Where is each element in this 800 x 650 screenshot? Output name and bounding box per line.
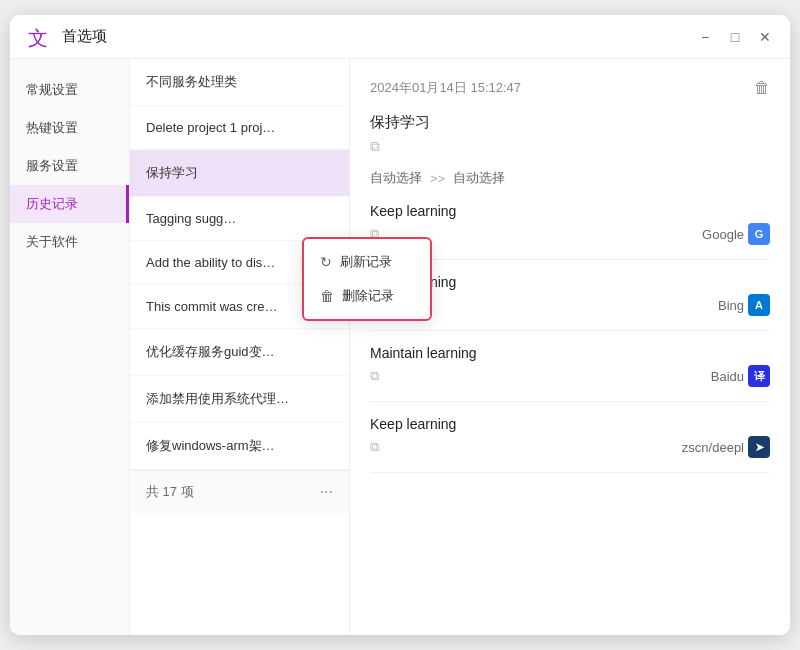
detail-date: 2024年01月14日 15:12:47 <box>370 79 521 97</box>
list-item[interactable]: 添加禁用使用系统代理… <box>130 376 349 423</box>
flow-from: 自动选择 <box>370 169 422 187</box>
list-item[interactable]: 不同服务处理类 <box>130 59 349 106</box>
translation-text: Keep learning <box>370 203 770 219</box>
sidebar-item-general[interactable]: 常规设置 <box>10 71 129 109</box>
history-list-panel: 不同服务处理类 Delete project 1 proj… 保持学习 Tagg… <box>130 59 350 635</box>
copy-translation-icon[interactable]: ⧉ <box>370 439 379 455</box>
sidebar-item-about[interactable]: 关于软件 <box>10 223 129 261</box>
translation-service: Google G <box>702 223 770 245</box>
context-menu-delete[interactable]: 🗑 删除记录 <box>304 279 430 313</box>
flow-to: 自动选择 <box>453 169 505 187</box>
titlebar: 文 首选项 − □ ✕ <box>10 15 790 59</box>
maximize-button[interactable]: □ <box>726 28 744 46</box>
context-menu-refresh-label: 刷新记录 <box>340 253 392 271</box>
service-name: Google <box>702 227 744 242</box>
app-window: 文 首选项 − □ ✕ 常规设置 热键设置 服务设置 历史记录 关于软件 不同服… <box>10 15 790 635</box>
translation-service: Bing A <box>718 294 770 316</box>
translation-meta: ⧉ zscn/deepl ➤ <box>370 436 770 458</box>
detail-title: 保持学习 <box>370 113 770 132</box>
minimize-button[interactable]: − <box>696 28 714 46</box>
main-content: 常规设置 热键设置 服务设置 历史记录 关于软件 不同服务处理类 Delete … <box>10 59 790 635</box>
content-area: 不同服务处理类 Delete project 1 proj… 保持学习 Tagg… <box>130 59 790 635</box>
service-name: Baidu <box>711 369 744 384</box>
svg-text:文: 文 <box>28 27 48 49</box>
sidebar-item-hotkey[interactable]: 热键设置 <box>10 109 129 147</box>
list-count: 共 17 项 <box>146 483 194 501</box>
close-button[interactable]: ✕ <box>756 28 774 46</box>
service-name: zscn/deepl <box>682 440 744 455</box>
detail-header: 2024年01月14日 15:12:47 🗑 <box>370 79 770 97</box>
baidu-badge: 译 <box>748 365 770 387</box>
sidebar: 常规设置 热键设置 服务设置 历史记录 关于软件 <box>10 59 130 635</box>
translation-text: Keep learning <box>370 416 770 432</box>
translation-block-2: Maintain learning ⧉ Baidu 译 <box>370 345 770 402</box>
app-icon: 文 <box>26 23 54 51</box>
list-item[interactable]: Tagging sugg… <box>130 197 349 241</box>
context-menu-refresh[interactable]: ↻ 刷新记录 <box>304 245 430 279</box>
sidebar-item-service[interactable]: 服务设置 <box>10 147 129 185</box>
refresh-icon: ↻ <box>320 254 332 270</box>
deepl-badge: ➤ <box>748 436 770 458</box>
flow-arrow: >> <box>430 171 445 186</box>
copy-translation-icon[interactable]: ⧉ <box>370 368 379 384</box>
context-menu: ↻ 刷新记录 🗑 删除记录 <box>302 237 432 321</box>
copy-icon[interactable]: ⧉ <box>370 138 770 155</box>
window-controls: − □ ✕ <box>696 28 774 46</box>
detail-panel: 2024年01月14日 15:12:47 🗑 保持学习 ⧉ 自动选择 >> 自动… <box>350 59 790 635</box>
list-item[interactable]: 修复windows-arm架… <box>130 423 349 470</box>
translation-block-3: Keep learning ⧉ zscn/deepl ➤ <box>370 416 770 473</box>
list-item[interactable]: 优化缓存服务guid变… <box>130 329 349 376</box>
list-item-active[interactable]: 保持学习 <box>130 150 349 197</box>
detail-flow: 自动选择 >> 自动选择 <box>370 169 770 187</box>
translation-service: zscn/deepl ➤ <box>682 436 770 458</box>
bing-badge: A <box>748 294 770 316</box>
window-title: 首选项 <box>62 27 696 46</box>
list-footer: 共 17 项 ··· <box>130 470 349 513</box>
translation-service: Baidu 译 <box>711 365 770 387</box>
delete-icon: 🗑 <box>320 288 334 304</box>
context-menu-delete-label: 删除记录 <box>342 287 394 305</box>
service-name: Bing <box>718 298 744 313</box>
google-badge: G <box>748 223 770 245</box>
translation-text: Maintain learning <box>370 345 770 361</box>
sidebar-item-history[interactable]: 历史记录 <box>10 185 129 223</box>
more-button[interactable]: ··· <box>320 483 333 501</box>
delete-button[interactable]: 🗑 <box>754 79 770 97</box>
translation-meta: ⧉ Baidu 译 <box>370 365 770 387</box>
list-item[interactable]: Delete project 1 proj… <box>130 106 349 150</box>
